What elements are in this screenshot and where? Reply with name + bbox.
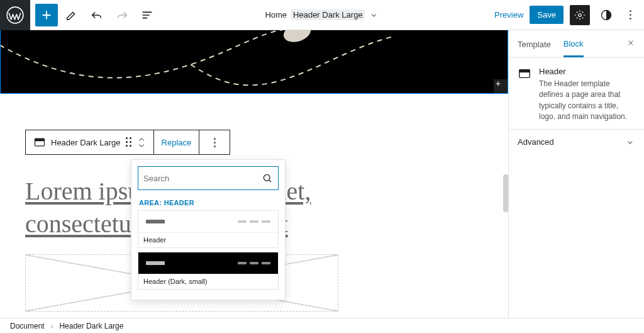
wordpress-icon — [6, 6, 24, 24]
list-view-button[interactable] — [136, 4, 158, 26]
editor-canvas-area: Header Dark Large Replace Lorem ipsum do… — [0, 30, 508, 318]
svg-rect-5 — [35, 138, 45, 141]
gear-icon — [574, 9, 586, 21]
cover-decoration — [1, 30, 508, 93]
toolbar-left-group — [30, 4, 164, 26]
block-appender-button[interactable] — [494, 79, 508, 93]
option-preview-dark — [138, 252, 278, 274]
replace-popover: AREA: HEADER Header Header (Dark, small) — [131, 159, 286, 300]
chevron-up-icon — [137, 137, 146, 142]
svg-rect-8 — [519, 70, 530, 73]
search-input[interactable] — [143, 174, 262, 183]
replace-button[interactable]: Replace — [154, 130, 200, 154]
chevron-right-icon: › — [51, 322, 53, 330]
advanced-accordion[interactable]: Advanced — [509, 130, 644, 155]
option-label: Header — [138, 232, 278, 247]
svg-point-1 — [579, 13, 582, 16]
svg-point-3 — [281, 30, 313, 45]
more-options-button[interactable] — [623, 5, 638, 25]
template-part-name: Header Dark Large — [291, 9, 365, 20]
breadcrumb-root[interactable]: Document — [10, 322, 45, 330]
template-part-option[interactable]: Header — [138, 210, 279, 248]
tab-template[interactable]: Template — [518, 31, 551, 56]
search-icon — [262, 172, 273, 184]
block-card: Header The Header template defines a pag… — [509, 58, 644, 130]
header-cover-block[interactable] — [0, 30, 508, 94]
preview-button[interactable]: Preview — [494, 10, 523, 20]
advanced-label: Advanced — [518, 137, 554, 147]
redo-button[interactable] — [111, 4, 133, 26]
document-title[interactable]: Home Header Dark Large — [265, 9, 379, 20]
settings-sidebar: Template Block Header The Header templat… — [508, 30, 644, 318]
editor-main: Header Dark Large Replace Lorem ipsum do… — [0, 30, 644, 318]
save-button[interactable]: Save — [530, 6, 564, 24]
block-breadcrumb: Document › Header Dark Large — [0, 318, 644, 333]
block-toolbar-label: Header Dark Large — [51, 138, 121, 147]
chevron-down-icon — [625, 137, 635, 147]
svg-point-6 — [264, 174, 270, 181]
close-sidebar-button[interactable] — [626, 38, 635, 49]
editor-top-bar: Home Header Dark Large Preview Save — [0, 0, 644, 30]
list-view-icon — [140, 8, 154, 22]
close-icon — [626, 38, 635, 47]
popover-section-label: AREA: HEADER — [139, 199, 277, 206]
editor-canvas[interactable]: Header Dark Large Replace Lorem ipsum do… — [0, 30, 508, 318]
edit-mode-button[interactable] — [60, 4, 83, 26]
sidebar-tabs: Template Block — [509, 30, 644, 58]
block-inserter-button[interactable] — [35, 4, 58, 26]
chevron-down-icon — [369, 10, 379, 20]
header-block-icon — [518, 67, 531, 81]
breadcrumb-leaf[interactable]: Header Dark Large — [59, 322, 123, 330]
undo-button[interactable] — [86, 4, 108, 26]
canvas-scrollbar-thumb[interactable] — [503, 174, 508, 212]
block-toolbar-identity[interactable]: Header Dark Large — [26, 130, 154, 154]
template-part-option[interactable]: Header (Dark, small) — [138, 252, 279, 290]
tab-block[interactable]: Block — [564, 31, 584, 57]
popover-search-field[interactable] — [138, 166, 279, 190]
pencil-icon — [65, 8, 79, 22]
block-movers[interactable] — [137, 137, 146, 148]
block-card-description: The Header template defines a page area … — [539, 79, 635, 123]
option-label: Header (Dark, small) — [138, 274, 278, 289]
block-card-title: Header — [539, 67, 635, 76]
wp-logo-button[interactable] — [0, 0, 30, 30]
block-toolbar: Header Dark Large Replace — [25, 130, 230, 155]
drag-handle-icon[interactable] — [126, 137, 132, 147]
plus-icon — [494, 79, 502, 88]
plus-icon — [40, 8, 53, 22]
page-name: Home — [265, 10, 287, 20]
chevron-down-icon — [137, 143, 146, 148]
settings-button[interactable] — [570, 5, 590, 25]
option-preview-light — [138, 211, 278, 232]
contrast-icon — [600, 9, 613, 21]
toolbar-right-group: Preview Save — [494, 5, 644, 25]
header-block-icon — [33, 136, 46, 149]
block-more-options[interactable] — [199, 130, 230, 154]
redo-icon — [115, 8, 129, 22]
styles-button[interactable] — [596, 5, 616, 25]
undo-icon — [90, 8, 104, 22]
